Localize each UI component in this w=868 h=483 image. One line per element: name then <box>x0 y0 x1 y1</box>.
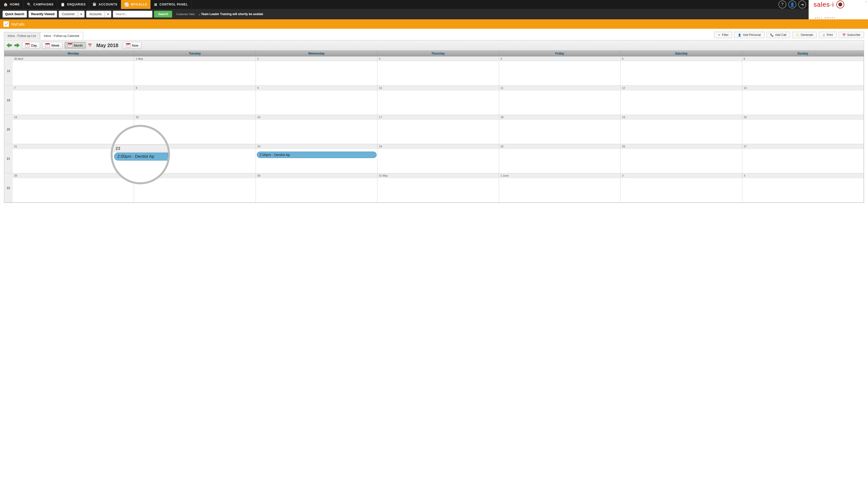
customer-view-label: Customer View <box>176 12 194 16</box>
calendar-cell[interactable]: 3 <box>742 173 864 203</box>
campaigns-icon: 🔍 <box>27 2 31 6</box>
cell-date: 3 <box>377 56 499 61</box>
logout-button[interactable]: ➜ <box>798 0 806 8</box>
calendar-cell[interactable]: 232:00pm - Dentist Ap <box>256 144 377 173</box>
calendar-cell[interactable]: 24 <box>377 144 499 173</box>
calendar-cell[interactable]: 7 <box>12 86 134 115</box>
calendar-cell[interactable]: 14 <box>12 115 134 144</box>
add-call-button[interactable]: 📞Add Call <box>767 32 790 38</box>
week-view-button[interactable]: 7Week <box>42 42 63 49</box>
calendar-cell[interactable]: 6 <box>742 56 864 86</box>
cell-date: 23 <box>256 144 377 149</box>
calendar-cell[interactable]: 11 <box>499 86 621 115</box>
calendar-cell[interactable]: 27 <box>742 144 864 173</box>
profile-button[interactable]: 👤 <box>788 0 796 8</box>
mycalls-page-icon: 📈 <box>3 21 9 27</box>
calendar-cell[interactable]: 4 <box>499 56 621 86</box>
filter-button[interactable]: ▼Filter <box>714 32 733 38</box>
nav-mycalls[interactable]: 📈MYCALLS <box>121 0 151 9</box>
calendar-cell[interactable]: 19 <box>621 115 742 144</box>
calendar-cell[interactable]: 22 <box>134 144 256 173</box>
recently-viewed-button[interactable]: Recently Viewed <box>28 11 57 18</box>
help-button[interactable]: ? <box>778 0 786 8</box>
calendar-cell[interactable]: 17 <box>377 115 499 144</box>
top-nav: 🏠HOME 🔍CAMPAIGNS 📋ENQUIRIES 🏛ACCOUNTS 📈M… <box>0 0 809 9</box>
print-button[interactable]: 🖨Print <box>819 32 837 38</box>
calendar-cell[interactable]: 31 May <box>377 173 499 203</box>
logo-tagline: SELL SMART <box>815 17 836 19</box>
calendar-cell[interactable]: 28 <box>12 173 134 203</box>
calendar-cell[interactable]: 30 April <box>12 56 134 86</box>
calendar-cell[interactable]: 5 <box>621 56 742 86</box>
filter-icon: ▼ <box>718 33 720 36</box>
calendar-cell[interactable]: 29 <box>134 173 256 203</box>
calendar-toolbar: 1Day 7Week 31Month 📅 May 2018 Now <box>4 40 864 51</box>
now-icon <box>126 44 130 47</box>
calendar-cell[interactable]: 12 <box>621 86 742 115</box>
cell-date: 4 <box>499 56 620 61</box>
nav-enquiries[interactable]: 📋ENQUIRIES <box>57 0 89 9</box>
cell-date: 17 <box>377 115 499 120</box>
tab-followup-list[interactable]: Inbox - Follow-up List <box>4 32 39 39</box>
chevron-down-icon: ▼ <box>78 11 84 17</box>
week-icon: 7 <box>45 44 50 47</box>
cell-date: 5 <box>621 56 742 61</box>
calendar-cell[interactable]: 15 <box>134 115 256 144</box>
search-button[interactable]: Search <box>154 11 172 18</box>
cell-date: 19 <box>621 115 742 120</box>
print-icon: 🖨 <box>823 33 825 36</box>
nav-accounts[interactable]: 🏛ACCOUNTS <box>89 0 121 9</box>
add-personal-button[interactable]: 👤Add Personal <box>734 32 764 38</box>
calendar-cell[interactable]: 16 <box>256 115 377 144</box>
tabs: Inbox - Follow-up List Inbox - Follow-up… <box>4 32 84 39</box>
day-header: Monday <box>12 51 134 56</box>
calendar-cell[interactable]: 21 <box>12 144 134 173</box>
calendar-cell[interactable]: 13 <box>742 86 864 115</box>
search-input[interactable] <box>113 11 152 18</box>
calendar-cell[interactable]: 10 <box>377 86 499 115</box>
cell-date: 16 <box>256 115 377 120</box>
calendar-cell[interactable]: 1 June <box>499 173 621 203</box>
day-header: Thursday <box>377 51 499 56</box>
logo-eye-icon <box>836 0 844 8</box>
month-view-button[interactable]: 31Month <box>65 42 86 49</box>
calendar-cell[interactable]: 3 <box>377 56 499 86</box>
phone-icon: 📞 <box>770 33 774 37</box>
day-header: Tuesday <box>134 51 256 56</box>
prev-button[interactable] <box>6 43 12 48</box>
quick-search-button[interactable]: Quick Search <box>2 11 27 18</box>
now-button[interactable]: Now <box>123 42 142 49</box>
nav-home[interactable]: 🏠HOME <box>0 0 24 9</box>
nav-campaigns[interactable]: 🔍CAMPAIGNS <box>24 0 57 9</box>
calendar-cell[interactable]: 26 <box>621 144 742 173</box>
customer-dropdown[interactable]: Customer▼ <box>59 11 85 18</box>
cell-date: 24 <box>377 144 499 149</box>
accounts-dropdown[interactable]: Accounts▼ <box>86 11 111 18</box>
calendar-cell[interactable]: 2 <box>621 173 742 203</box>
generate-button[interactable]: ✨Generate <box>792 32 817 38</box>
next-button[interactable] <box>14 43 20 48</box>
calendar-small-icon: 📅 <box>88 44 92 47</box>
calendar-cell[interactable]: 2 <box>256 56 377 86</box>
nav-control-panel[interactable]: ⊞CONTROL PANEL <box>151 0 191 9</box>
subscribe-button[interactable]: 📅Subscribe <box>839 32 864 38</box>
month-icon: 31 <box>68 44 72 47</box>
calendar-event[interactable]: 2:00pm - Dentist Ap <box>257 151 377 158</box>
help-icon: ? <box>781 2 784 7</box>
calendar-cell[interactable]: 9 <box>256 86 377 115</box>
day-view-button[interactable]: 1Day <box>22 42 40 49</box>
calendar-cell[interactable]: 8 <box>134 86 256 115</box>
profile-icon: 👤 <box>790 2 795 7</box>
calendar-cell[interactable]: 1 May <box>134 56 256 86</box>
cell-date: 6 <box>742 56 864 61</box>
calendar-cell[interactable]: 20 <box>742 115 864 144</box>
person-icon: 👤 <box>738 33 741 37</box>
calendar-cell[interactable]: 30 <box>256 173 377 203</box>
calendar-cell[interactable]: 25 <box>499 144 621 173</box>
home-icon: 🏠 <box>3 2 8 6</box>
calendar-icon: 📅 <box>842 33 846 37</box>
tab-followup-calendar[interactable]: Inbox - Follow-up Calendar <box>40 32 83 39</box>
ticker-text: .. Team Leader Training will shortly be … <box>199 12 263 16</box>
arrow-right-icon: ➜ <box>801 2 804 7</box>
calendar-cell[interactable]: 18 <box>499 115 621 144</box>
